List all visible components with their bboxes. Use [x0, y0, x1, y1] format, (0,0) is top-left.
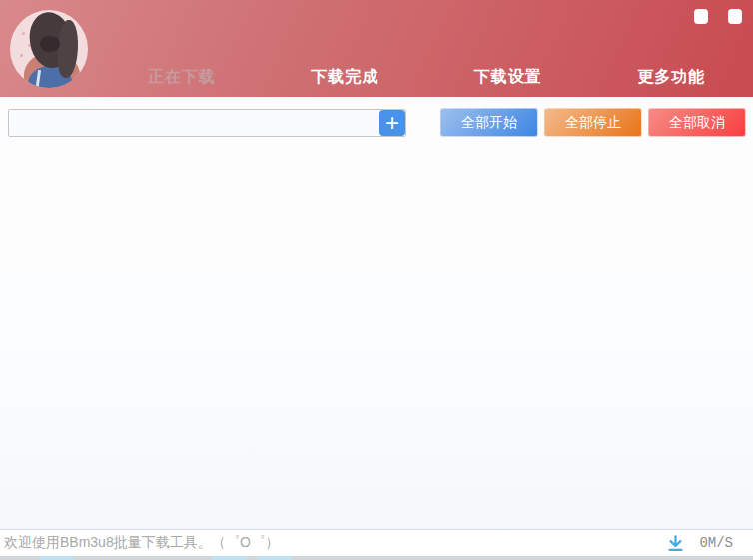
url-input[interactable] — [8, 109, 406, 137]
tab-downloading[interactable]: 正在下载 — [100, 63, 264, 97]
app-window: 正在下载 下载完成 下载设置 更多功能 + 全部开始 全部停止 全部取消 欢迎使… — [0, 0, 753, 560]
plus-icon: + — [385, 112, 399, 134]
download-task-list — [0, 137, 753, 530]
avatar-hair-bun — [40, 36, 60, 52]
tab-completed[interactable]: 下载完成 — [264, 63, 427, 97]
action-buttons: 全部开始 全部停止 全部取消 — [440, 108, 746, 137]
nav-tabs: 正在下载 下载完成 下载设置 更多功能 — [100, 63, 753, 97]
close-button[interactable] — [728, 9, 742, 24]
start-all-button[interactable]: 全部开始 — [440, 108, 538, 137]
status-bar: 欢迎使用BBm3u8批量下载工具。（゜O゜） 0M/S — [0, 529, 753, 556]
main-area: + 全部开始 全部停止 全部取消 — [0, 97, 753, 529]
tab-settings[interactable]: 下载设置 — [426, 63, 590, 97]
stop-all-button[interactable]: 全部停止 — [544, 108, 642, 137]
toolbar: + 全部开始 全部停止 全部取消 — [0, 97, 753, 137]
tab-more-features[interactable]: 更多功能 — [590, 63, 753, 97]
status-right: 0M/S — [666, 534, 747, 552]
add-task-button[interactable]: + — [379, 110, 405, 136]
url-input-wrap: + — [8, 109, 406, 137]
cancel-all-button[interactable]: 全部取消 — [648, 108, 746, 137]
strip-highlight — [258, 556, 292, 560]
strip-highlight — [212, 556, 246, 560]
download-icon — [666, 534, 685, 552]
download-speed: 0M/S — [699, 535, 733, 551]
avatar-decoration — [20, 54, 23, 57]
minimize-button[interactable] — [694, 9, 708, 24]
avatar — [10, 10, 88, 88]
bottom-edge-strip — [0, 556, 753, 560]
strip-highlight — [40, 556, 74, 560]
header: 正在下载 下载完成 下载设置 更多功能 — [0, 0, 753, 97]
welcome-message: 欢迎使用BBm3u8批量下载工具。（゜O゜） — [4, 534, 279, 552]
avatar-decoration — [22, 32, 25, 35]
